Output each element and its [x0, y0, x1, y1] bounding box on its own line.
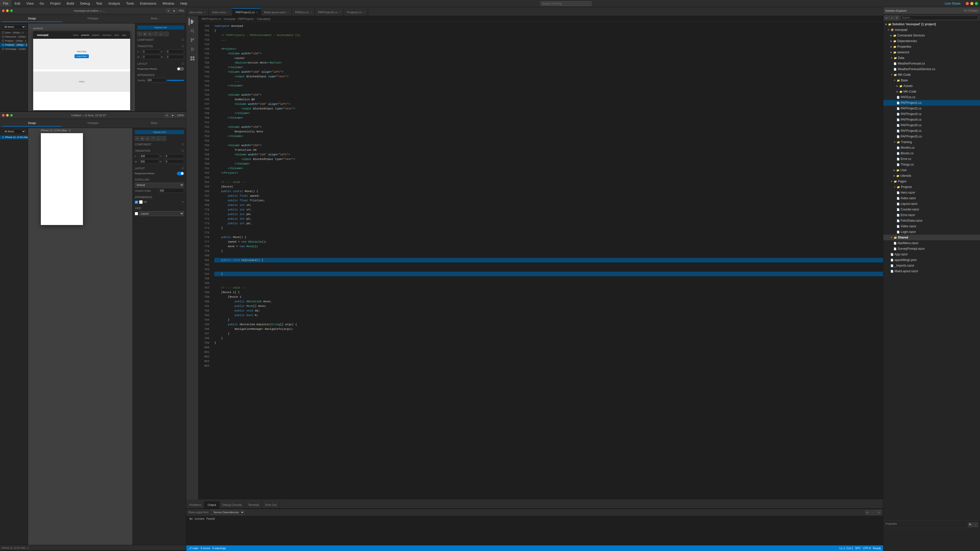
tab-hero[interactable]: Hero.razor ×: [186, 8, 209, 16]
xd-lower-tab-prototype[interactable]: Prototype: [63, 120, 123, 127]
solution-search-input[interactable]: [900, 16, 978, 20]
opacity-slider[interactable]: [167, 80, 184, 81]
tab-index-close[interactable]: ×: [228, 11, 229, 14]
lower-responsive-resize-toggle[interactable]: [177, 171, 184, 175]
tab-mainlayout[interactable]: MainLayout.razor ×: [261, 8, 292, 16]
layer-resources[interactable]: Resources - 1300px - 2: [0, 35, 28, 39]
tree-pafproject4[interactable]: 📄 PAFProject4.cs: [883, 117, 980, 122]
activity-git[interactable]: [189, 37, 196, 44]
activity-debug[interactable]: [189, 46, 196, 53]
lower-w-input[interactable]: [139, 159, 159, 164]
tree-user[interactable]: ▶ 📁 User: [883, 167, 980, 173]
tab-pafproject1[interactable]: PAFProject1.cs ×: [232, 8, 261, 16]
show-all-files-btn[interactable]: ☰: [894, 16, 899, 20]
tree-hero[interactable]: 📄 Hero.razor: [883, 190, 980, 195]
layer-projects[interactable]: Projects - 1300px - 1: [0, 39, 28, 43]
code-content[interactable]: namespace moovpad { // PAFProject1 - PAF…: [211, 22, 883, 499]
tree-months[interactable]: 📄 Months.cs: [883, 145, 980, 151]
artboard-iphone[interactable]: iPhone 13, 13 Pro Max - 1: [41, 133, 83, 225]
tree-dependencies[interactable]: ▶ 📁 Dependencies: [883, 38, 980, 44]
panel-copy-btn[interactable]: ⎘: [877, 510, 881, 515]
refresh-btn[interactable]: ↺: [889, 16, 894, 20]
tree-weatherforecastservice[interactable]: 📄 WeatherForecastService.cs: [883, 66, 980, 72]
panel-tab-debug-console[interactable]: Debug Console: [220, 501, 245, 508]
lower-y-input[interactable]: [165, 154, 184, 159]
zoom-fit-btn[interactable]: ⊞: [166, 8, 171, 13]
menu-window[interactable]: Window: [159, 0, 177, 7]
align-left-btn[interactable]: ⫧: [137, 32, 142, 36]
panel-tab-terminal[interactable]: Terminal: [245, 501, 262, 508]
lower-distribute-h-btn[interactable]: ⋯: [162, 136, 166, 141]
menu-help[interactable]: Help: [177, 0, 190, 7]
layer-iphone[interactable]: iPhone 13, 13 Pro Max - 1: [0, 135, 28, 139]
lower-align-middle-btn[interactable]: ⊥: [156, 136, 161, 141]
xd-lower-min-btn[interactable]: [6, 114, 9, 117]
menu-tools[interactable]: Tools: [123, 0, 137, 7]
layer-products[interactable]: Products - 1300px - 2: [0, 43, 28, 47]
tree-fetchdata[interactable]: 📄 FetchData.razor: [883, 218, 980, 224]
tree-properties[interactable]: ▶ 📁 Properties: [883, 44, 980, 49]
tab-progress-close[interactable]: ×: [363, 11, 365, 14]
layer-homepage[interactable]: Homepage - 1100px: [0, 47, 28, 51]
tree-things[interactable]: 📄 Things.cs: [883, 162, 980, 167]
lower-align-left-btn[interactable]: ⫧: [135, 136, 139, 141]
show-from-select[interactable]: Service Dependencies: [211, 510, 245, 515]
menu-project[interactable]: Project: [47, 0, 64, 7]
tree-assets[interactable]: ▶ 📁 Assets: [883, 83, 980, 89]
git-changes-tab[interactable]: Git Changes: [964, 9, 978, 12]
menu-go[interactable]: Go: [37, 0, 47, 7]
xd-lower-tab-design[interactable]: Design: [2, 120, 62, 127]
code-area[interactable]: 730731732733734 735736737738739 74074174…: [199, 22, 883, 499]
menu-test[interactable]: Test: [93, 0, 105, 7]
xd-upper-min-btn[interactable]: [6, 10, 9, 12]
win-close-btn[interactable]: [966, 2, 969, 5]
w-input[interactable]: [142, 55, 160, 59]
lower-preview-btn[interactable]: ▶: [171, 113, 175, 118]
tree-connected-services[interactable]: ▶ 📁 Connected Services: [883, 33, 980, 38]
activity-search[interactable]: [189, 27, 196, 35]
responsive-resize-toggle[interactable]: [177, 67, 184, 71]
lower-align-top-btn[interactable]: ⊤: [151, 136, 156, 141]
statusbar-branch[interactable]: ⎇ main: [188, 547, 199, 550]
tab-mainlayout-close[interactable]: ×: [287, 11, 289, 14]
layer-store[interactable]: Store - 1500px - 2: [0, 30, 28, 35]
properties-search-btn[interactable]: 🔍: [968, 522, 973, 527]
distribute-h-btn[interactable]: ⋯: [164, 32, 169, 36]
opacity-input[interactable]: [146, 78, 166, 83]
fill-color-swatch[interactable]: [139, 200, 143, 204]
tab-pafexs[interactable]: PAFExs.cs ×: [292, 8, 315, 16]
tree-solution[interactable]: ▶ 📁 Solution 'moovpad' (1 project): [883, 21, 980, 27]
tree-wwwroot[interactable]: ▶ 📁 wwwroot: [883, 49, 980, 55]
tree-pafexs[interactable]: 📄 PAFExs.cs: [883, 94, 980, 100]
collapse-all-btn[interactable]: ⊟: [884, 16, 889, 20]
tree-training[interactable]: ▼ 📁 Training: [883, 139, 980, 145]
tree-pafproject2[interactable]: 📄 PAFProject2.cs: [883, 106, 980, 111]
tree-projects-folder[interactable]: ▼ 📁 Projects: [883, 184, 980, 190]
panel-tab-error-list[interactable]: Error List: [262, 501, 280, 508]
grid-checkbox[interactable]: [135, 212, 138, 215]
tab-pafprojects[interactable]: PAFProjectS.cs ×: [315, 8, 344, 16]
tab-hero-close[interactable]: ×: [204, 11, 206, 14]
tree-index[interactable]: 📄 Index.razor: [883, 195, 980, 201]
tab-progress[interactable]: Progress.cs ×: [344, 8, 368, 16]
tree-appsettings[interactable]: 📄 appsettings.json: [883, 257, 980, 263]
x-input[interactable]: [142, 49, 160, 54]
panel-tab-problems[interactable]: Problems: [186, 501, 204, 508]
tree-layout[interactable]: 📄 Layout.razor: [883, 201, 980, 206]
tree-pafproject6[interactable]: 📄 PAFProject6.cs: [883, 128, 980, 134]
tab-index[interactable]: Index.razor ×: [209, 8, 232, 16]
panel-wrap-btn[interactable]: ↕: [871, 510, 875, 515]
tree-error-razor[interactable]: 📄 Error.razor: [883, 212, 980, 218]
xd-upper-tab-share[interactable]: Share: [124, 16, 184, 22]
lower-x-input[interactable]: [139, 154, 159, 159]
tree-pafproject5[interactable]: 📄 PAFProject5.cs: [883, 122, 980, 128]
properties-sort-btn[interactable]: ↕: [974, 522, 978, 527]
menu-file[interactable]: File: [0, 0, 11, 7]
tree-blocks[interactable]: 📄 Blocks.cs: [883, 151, 980, 156]
align-right-btn[interactable]: ⫦: [148, 32, 153, 36]
repeat-grid-btn-upper[interactable]: Repeat Grid: [137, 25, 184, 30]
learn-more-btn[interactable]: Learn More: [75, 54, 89, 58]
tree-mkcode[interactable]: ▼ 📁 MK-Code: [883, 72, 980, 78]
tree-base[interactable]: ▼ 📁 Base: [883, 78, 980, 83]
menu-extensions[interactable]: Extensions: [137, 0, 159, 7]
